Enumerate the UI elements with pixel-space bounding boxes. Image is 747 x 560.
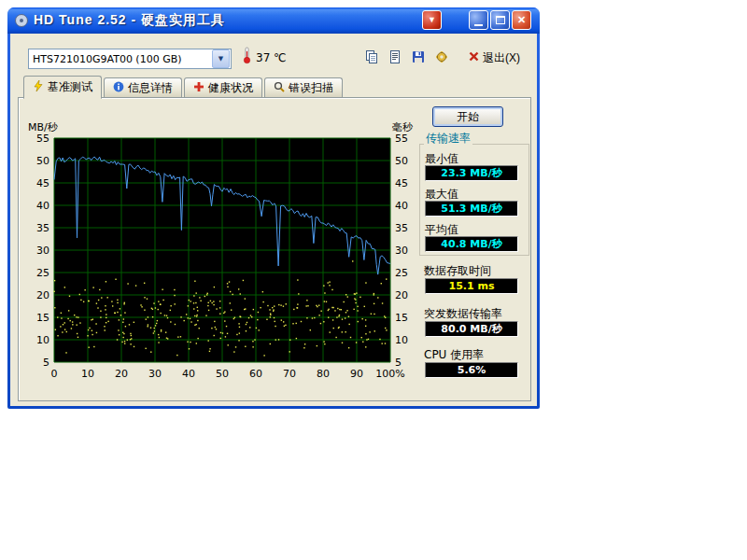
svg-text:毫秒: 毫秒 (392, 121, 414, 133)
tab-benchmark[interactable]: 基准测试 (23, 76, 102, 99)
svg-text:45: 45 (395, 177, 408, 189)
health-cross-icon (193, 81, 204, 95)
client-area: HTS721010G9AT00 (100 GB) ▼ 37 ℃ (10, 34, 537, 406)
dropdown-arrow-icon[interactable]: ▼ (212, 49, 230, 68)
window-title: HD Tune 2.52 - 硬盘实用工具 (34, 12, 225, 29)
tab-label: 健康状况 (208, 80, 253, 96)
svg-text:35: 35 (36, 222, 49, 234)
close-icon: ✕ (517, 15, 526, 25)
svg-text:5: 5 (43, 357, 49, 369)
svg-text:20: 20 (36, 289, 49, 301)
svg-text:15: 15 (395, 312, 408, 324)
tab-label: 错误扫描 (289, 80, 333, 96)
svg-text:35: 35 (395, 222, 408, 234)
exit-x-icon (468, 50, 480, 65)
burst-rate-label: 突发数据传输率 (424, 306, 502, 322)
tab-label: 基准测试 (48, 79, 92, 95)
svg-text:50: 50 (216, 368, 229, 380)
desktop: HD Tune 2.52 - 硬盘实用工具 ▼ ✕ HTS721010G9AT0… (0, 0, 747, 560)
access-time-label: 数据存取时间 (424, 263, 491, 279)
svg-text:90: 90 (350, 368, 363, 380)
copy-text-icon (388, 49, 402, 67)
copy-screenshot-button[interactable] (361, 48, 382, 68)
svg-text:30: 30 (148, 368, 162, 380)
close-button[interactable]: ✕ (512, 10, 531, 30)
svg-text:25: 25 (395, 267, 408, 279)
minimize-button[interactable] (469, 10, 488, 30)
save-icon (411, 49, 426, 67)
svg-text:60: 60 (249, 368, 262, 380)
max-value: 51.3 MB/秒 (425, 201, 518, 217)
start-button[interactable]: 开始 (432, 106, 503, 127)
svg-text:40: 40 (36, 200, 49, 212)
cpu-usage-value: 5.6% (425, 362, 518, 378)
options-button[interactable] (431, 48, 452, 68)
tab-info[interactable]: 信息详情 (104, 77, 182, 97)
min-value: 23.3 MB/秒 (425, 165, 518, 181)
copy-text-button[interactable] (385, 48, 405, 68)
copy-screenshot-icon (364, 49, 379, 67)
burst-rate-value: 80.0 MB/秒 (425, 321, 518, 337)
svg-text:55: 55 (395, 133, 408, 145)
svg-text:55: 55 (36, 133, 49, 145)
transfer-rate-title: 传输速率 (424, 131, 472, 147)
tab-bar: 基准测试 信息详情 (23, 77, 345, 99)
svg-text:100%: 100% (375, 368, 404, 380)
svg-text:10: 10 (395, 334, 408, 346)
hdtune-window: HD Tune 2.52 - 硬盘实用工具 ▼ ✕ HTS721010G9AT0… (7, 7, 540, 409)
update-button[interactable]: ▼ (422, 10, 442, 30)
svg-text:50: 50 (395, 155, 408, 167)
svg-text:30: 30 (395, 245, 408, 257)
chart-svg: 5510101515202025253030353540404545505055… (19, 119, 430, 390)
maximize-button[interactable] (490, 10, 510, 30)
svg-text:40: 40 (395, 200, 408, 212)
cpu-usage-label: CPU 使用率 (424, 347, 484, 363)
maximize-icon (496, 16, 505, 24)
tab-health[interactable]: 健康状况 (184, 77, 262, 97)
svg-text:20: 20 (115, 368, 128, 380)
svg-text:80: 80 (317, 368, 330, 380)
svg-text:70: 70 (283, 368, 296, 380)
magnifier-icon (274, 81, 285, 95)
exit-label: 退出(X) (483, 50, 520, 66)
minimize-icon (474, 24, 483, 26)
avg-value: 40.8 MB/秒 (425, 236, 518, 252)
svg-text:10: 10 (81, 368, 94, 380)
exit-button[interactable]: 退出(X) (464, 48, 524, 68)
down-arrow-icon: ▼ (428, 16, 436, 24)
svg-text:40: 40 (182, 368, 195, 380)
drive-select-value: HTS721010G9AT00 (100 GB) (29, 53, 212, 65)
svg-text:50: 50 (36, 155, 49, 167)
gear-icon (434, 49, 449, 67)
temperature-value: 37 ℃ (256, 51, 287, 64)
svg-text:20: 20 (395, 289, 408, 301)
svg-text:15: 15 (36, 312, 49, 324)
save-button[interactable] (408, 48, 429, 68)
tab-label: 信息详情 (128, 80, 173, 96)
benchmark-icon (33, 80, 44, 94)
thermometer-icon (241, 46, 253, 68)
tab-error-scan[interactable]: 错误扫描 (264, 77, 343, 97)
svg-text:45: 45 (36, 177, 49, 189)
titlebar[interactable]: HD Tune 2.52 - 硬盘实用工具 ▼ ✕ (7, 7, 540, 34)
svg-text:30: 30 (36, 245, 49, 257)
svg-text:0: 0 (51, 368, 58, 380)
svg-text:MB/秒: MB/秒 (28, 121, 59, 133)
svg-text:25: 25 (36, 267, 49, 279)
drive-select[interactable]: HTS721010G9AT00 (100 GB) ▼ (28, 49, 232, 69)
access-time-value: 15.1 ms (425, 278, 518, 294)
app-icon (14, 13, 29, 28)
benchmark-chart: 5510101515202025253030353540404545505055… (19, 119, 430, 390)
svg-text:10: 10 (36, 334, 49, 346)
info-icon (113, 81, 124, 95)
